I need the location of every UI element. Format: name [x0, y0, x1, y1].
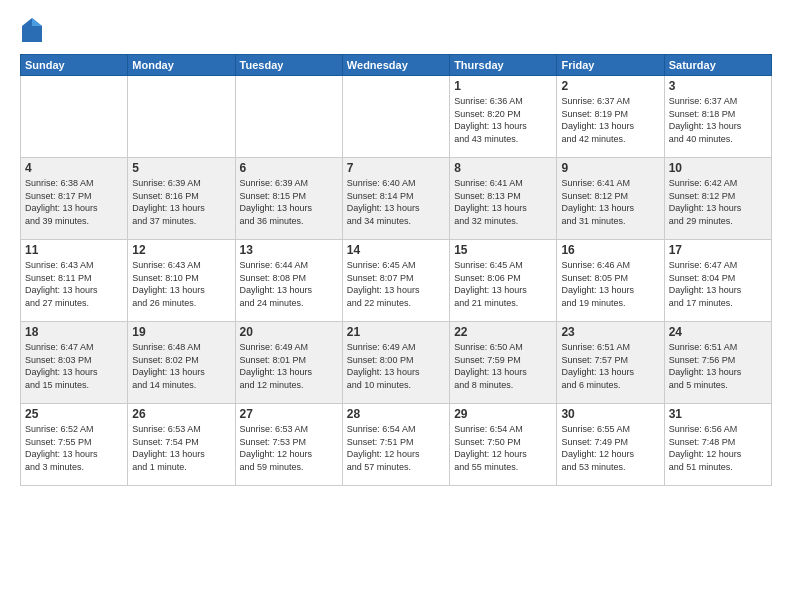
calendar-row: 11Sunrise: 6:43 AM Sunset: 8:11 PM Dayli…	[21, 240, 772, 322]
calendar-cell	[235, 76, 342, 158]
calendar-cell	[128, 76, 235, 158]
calendar-cell: 29Sunrise: 6:54 AM Sunset: 7:50 PM Dayli…	[450, 404, 557, 486]
calendar-cell	[342, 76, 449, 158]
cell-text: Sunrise: 6:37 AM Sunset: 8:19 PM Dayligh…	[561, 95, 659, 145]
calendar-cell: 21Sunrise: 6:49 AM Sunset: 8:00 PM Dayli…	[342, 322, 449, 404]
day-number: 16	[561, 243, 659, 257]
cell-text: Sunrise: 6:51 AM Sunset: 7:57 PM Dayligh…	[561, 341, 659, 391]
calendar-cell: 7Sunrise: 6:40 AM Sunset: 8:14 PM Daylig…	[342, 158, 449, 240]
day-number: 11	[25, 243, 123, 257]
weekday-header: Friday	[557, 55, 664, 76]
day-number: 19	[132, 325, 230, 339]
page: SundayMondayTuesdayWednesdayThursdayFrid…	[0, 0, 792, 612]
cell-text: Sunrise: 6:43 AM Sunset: 8:11 PM Dayligh…	[25, 259, 123, 309]
day-number: 18	[25, 325, 123, 339]
calendar-cell: 9Sunrise: 6:41 AM Sunset: 8:12 PM Daylig…	[557, 158, 664, 240]
day-number: 28	[347, 407, 445, 421]
cell-text: Sunrise: 6:45 AM Sunset: 8:07 PM Dayligh…	[347, 259, 445, 309]
cell-text: Sunrise: 6:54 AM Sunset: 7:51 PM Dayligh…	[347, 423, 445, 473]
calendar-row: 4Sunrise: 6:38 AM Sunset: 8:17 PM Daylig…	[21, 158, 772, 240]
calendar-cell: 28Sunrise: 6:54 AM Sunset: 7:51 PM Dayli…	[342, 404, 449, 486]
day-number: 3	[669, 79, 767, 93]
cell-text: Sunrise: 6:52 AM Sunset: 7:55 PM Dayligh…	[25, 423, 123, 473]
day-number: 15	[454, 243, 552, 257]
calendar-cell: 20Sunrise: 6:49 AM Sunset: 8:01 PM Dayli…	[235, 322, 342, 404]
svg-marker-1	[32, 18, 42, 26]
calendar-cell: 10Sunrise: 6:42 AM Sunset: 8:12 PM Dayli…	[664, 158, 771, 240]
day-number: 10	[669, 161, 767, 175]
cell-text: Sunrise: 6:51 AM Sunset: 7:56 PM Dayligh…	[669, 341, 767, 391]
calendar-cell: 6Sunrise: 6:39 AM Sunset: 8:15 PM Daylig…	[235, 158, 342, 240]
logo	[20, 16, 48, 44]
cell-text: Sunrise: 6:45 AM Sunset: 8:06 PM Dayligh…	[454, 259, 552, 309]
day-number: 21	[347, 325, 445, 339]
cell-text: Sunrise: 6:41 AM Sunset: 8:13 PM Dayligh…	[454, 177, 552, 227]
calendar-cell: 3Sunrise: 6:37 AM Sunset: 8:18 PM Daylig…	[664, 76, 771, 158]
cell-text: Sunrise: 6:54 AM Sunset: 7:50 PM Dayligh…	[454, 423, 552, 473]
day-number: 24	[669, 325, 767, 339]
calendar-cell: 1Sunrise: 6:36 AM Sunset: 8:20 PM Daylig…	[450, 76, 557, 158]
day-number: 20	[240, 325, 338, 339]
calendar-cell: 13Sunrise: 6:44 AM Sunset: 8:08 PM Dayli…	[235, 240, 342, 322]
day-number: 6	[240, 161, 338, 175]
calendar-cell: 31Sunrise: 6:56 AM Sunset: 7:48 PM Dayli…	[664, 404, 771, 486]
day-number: 14	[347, 243, 445, 257]
header	[20, 16, 772, 44]
weekday-header: Saturday	[664, 55, 771, 76]
day-number: 8	[454, 161, 552, 175]
day-number: 25	[25, 407, 123, 421]
calendar-cell: 26Sunrise: 6:53 AM Sunset: 7:54 PM Dayli…	[128, 404, 235, 486]
calendar-cell: 4Sunrise: 6:38 AM Sunset: 8:17 PM Daylig…	[21, 158, 128, 240]
calendar-cell: 5Sunrise: 6:39 AM Sunset: 8:16 PM Daylig…	[128, 158, 235, 240]
cell-text: Sunrise: 6:47 AM Sunset: 8:03 PM Dayligh…	[25, 341, 123, 391]
calendar: SundayMondayTuesdayWednesdayThursdayFrid…	[20, 54, 772, 486]
cell-text: Sunrise: 6:38 AM Sunset: 8:17 PM Dayligh…	[25, 177, 123, 227]
day-number: 2	[561, 79, 659, 93]
cell-text: Sunrise: 6:42 AM Sunset: 8:12 PM Dayligh…	[669, 177, 767, 227]
weekday-header: Tuesday	[235, 55, 342, 76]
cell-text: Sunrise: 6:46 AM Sunset: 8:05 PM Dayligh…	[561, 259, 659, 309]
weekday-header-row: SundayMondayTuesdayWednesdayThursdayFrid…	[21, 55, 772, 76]
day-number: 12	[132, 243, 230, 257]
cell-text: Sunrise: 6:47 AM Sunset: 8:04 PM Dayligh…	[669, 259, 767, 309]
calendar-cell: 25Sunrise: 6:52 AM Sunset: 7:55 PM Dayli…	[21, 404, 128, 486]
weekday-header: Monday	[128, 55, 235, 76]
cell-text: Sunrise: 6:43 AM Sunset: 8:10 PM Dayligh…	[132, 259, 230, 309]
weekday-header: Sunday	[21, 55, 128, 76]
cell-text: Sunrise: 6:53 AM Sunset: 7:53 PM Dayligh…	[240, 423, 338, 473]
calendar-cell: 2Sunrise: 6:37 AM Sunset: 8:19 PM Daylig…	[557, 76, 664, 158]
cell-text: Sunrise: 6:36 AM Sunset: 8:20 PM Dayligh…	[454, 95, 552, 145]
day-number: 27	[240, 407, 338, 421]
day-number: 7	[347, 161, 445, 175]
day-number: 31	[669, 407, 767, 421]
calendar-cell: 8Sunrise: 6:41 AM Sunset: 8:13 PM Daylig…	[450, 158, 557, 240]
calendar-cell: 27Sunrise: 6:53 AM Sunset: 7:53 PM Dayli…	[235, 404, 342, 486]
cell-text: Sunrise: 6:53 AM Sunset: 7:54 PM Dayligh…	[132, 423, 230, 473]
weekday-header: Wednesday	[342, 55, 449, 76]
day-number: 26	[132, 407, 230, 421]
logo-icon	[20, 16, 44, 44]
cell-text: Sunrise: 6:40 AM Sunset: 8:14 PM Dayligh…	[347, 177, 445, 227]
cell-text: Sunrise: 6:48 AM Sunset: 8:02 PM Dayligh…	[132, 341, 230, 391]
calendar-cell: 24Sunrise: 6:51 AM Sunset: 7:56 PM Dayli…	[664, 322, 771, 404]
cell-text: Sunrise: 6:55 AM Sunset: 7:49 PM Dayligh…	[561, 423, 659, 473]
day-number: 22	[454, 325, 552, 339]
calendar-cell: 17Sunrise: 6:47 AM Sunset: 8:04 PM Dayli…	[664, 240, 771, 322]
cell-text: Sunrise: 6:41 AM Sunset: 8:12 PM Dayligh…	[561, 177, 659, 227]
day-number: 9	[561, 161, 659, 175]
calendar-cell: 18Sunrise: 6:47 AM Sunset: 8:03 PM Dayli…	[21, 322, 128, 404]
cell-text: Sunrise: 6:44 AM Sunset: 8:08 PM Dayligh…	[240, 259, 338, 309]
calendar-cell: 12Sunrise: 6:43 AM Sunset: 8:10 PM Dayli…	[128, 240, 235, 322]
calendar-row: 25Sunrise: 6:52 AM Sunset: 7:55 PM Dayli…	[21, 404, 772, 486]
calendar-row: 1Sunrise: 6:36 AM Sunset: 8:20 PM Daylig…	[21, 76, 772, 158]
cell-text: Sunrise: 6:39 AM Sunset: 8:15 PM Dayligh…	[240, 177, 338, 227]
day-number: 5	[132, 161, 230, 175]
day-number: 23	[561, 325, 659, 339]
calendar-cell	[21, 76, 128, 158]
calendar-cell: 14Sunrise: 6:45 AM Sunset: 8:07 PM Dayli…	[342, 240, 449, 322]
cell-text: Sunrise: 6:56 AM Sunset: 7:48 PM Dayligh…	[669, 423, 767, 473]
day-number: 4	[25, 161, 123, 175]
calendar-row: 18Sunrise: 6:47 AM Sunset: 8:03 PM Dayli…	[21, 322, 772, 404]
weekday-header: Thursday	[450, 55, 557, 76]
cell-text: Sunrise: 6:49 AM Sunset: 8:00 PM Dayligh…	[347, 341, 445, 391]
